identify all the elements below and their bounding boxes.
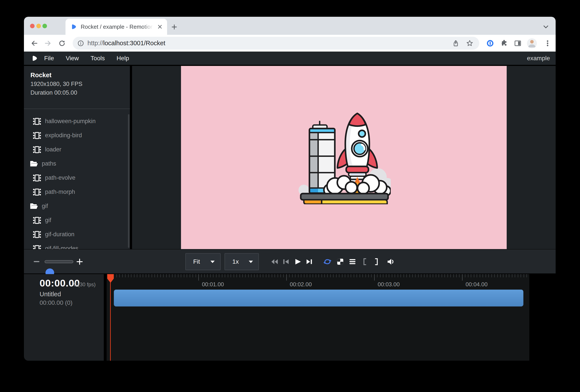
playback-rate-select[interactable]: 1x: [225, 253, 259, 270]
ruler-second-label: 00:01.00: [202, 281, 224, 288]
chevron-down-icon: [249, 260, 253, 263]
back-icon[interactable]: [31, 40, 38, 47]
window-close-button[interactable]: [30, 24, 35, 28]
composition-label: halloween-pumpkin: [45, 118, 96, 125]
remotion-logo-icon[interactable]: [32, 55, 38, 62]
next-frame-icon[interactable]: [306, 259, 313, 264]
timeline-tracks-icon[interactable]: [349, 259, 356, 265]
sidebar-item-folder[interactable]: gif: [24, 199, 130, 213]
zoom-in-icon[interactable]: [77, 259, 83, 265]
share-icon[interactable]: [452, 40, 459, 47]
composition-label: path-morph: [45, 189, 75, 195]
composition-label: loader: [45, 146, 61, 153]
tab-search-chevron-icon[interactable]: [543, 25, 549, 29]
composition-label: gif: [45, 217, 51, 224]
profile-avatar[interactable]: [527, 38, 537, 48]
compositions-sidebar: Rocket 1920x1080, 30 FPS Duration 00:05.…: [24, 66, 130, 249]
sidebar-item-composition[interactable]: gif-fill-modes: [24, 242, 130, 249]
window-minimize-button[interactable]: [36, 24, 41, 28]
playhead-marker[interactable]: [107, 274, 114, 283]
tab-close-icon[interactable]: [157, 24, 163, 30]
sidebar-resize-handle[interactable]: [130, 66, 132, 249]
address-bar[interactable]: http://localhost:3001/Rocket: [73, 37, 479, 50]
film-icon: [33, 217, 42, 224]
play-icon[interactable]: [294, 258, 301, 265]
ruler-second-tick: [374, 274, 375, 281]
ruler-second-label: 00:03.00: [378, 281, 400, 288]
ruler-frame-ticks: [111, 274, 528, 277]
extensions-puzzle-icon[interactable]: [500, 40, 508, 47]
timeline-sequence-bar[interactable]: [114, 289, 523, 306]
transparency-checkerboard-icon[interactable]: [337, 258, 344, 265]
size-select[interactable]: Fit: [185, 253, 221, 270]
video-canvas: [181, 66, 507, 249]
timeline-overflow-area: [529, 274, 556, 361]
ruler-second-tick: [286, 274, 287, 281]
out-point-bracket-icon[interactable]: [375, 258, 379, 265]
side-panel-icon[interactable]: [514, 40, 522, 47]
ruler-second-tick: [462, 274, 462, 281]
film-icon: [33, 146, 42, 153]
folder-label: paths: [42, 160, 56, 167]
timeline-panel: 00:00.00 0 (30 fps) Untitled 00:00.00 (0…: [24, 273, 556, 361]
film-icon: [33, 189, 42, 196]
sidebar-item-composition[interactable]: gif-duration: [24, 227, 130, 242]
ruler-second-label: 00:04.00: [465, 281, 488, 288]
film-icon: [33, 231, 42, 238]
tab-strip: Rocket / example - Remotion Pr: [24, 17, 556, 35]
url-scheme: http://: [87, 40, 103, 47]
menu-view[interactable]: View: [60, 55, 85, 62]
jump-to-start-icon[interactable]: [271, 259, 278, 265]
composition-title: Rocket: [30, 72, 52, 79]
composition-list: halloween-pumpkin exploding-bird: [24, 114, 130, 249]
track-name: Untitled: [40, 291, 61, 298]
volume-icon[interactable]: [387, 258, 395, 265]
menu-tools[interactable]: Tools: [85, 55, 111, 62]
remotion-menu-bar: File View Tools Help example: [24, 52, 556, 66]
composition-label: gif-fill-modes: [45, 245, 78, 249]
sidebar-item-composition[interactable]: halloween-pumpkin: [24, 114, 130, 128]
in-point-bracket-icon[interactable]: [363, 258, 367, 265]
browser-tab[interactable]: Rocket / example - Remotion Pr: [65, 19, 167, 35]
playback-rate-value: 1x: [232, 258, 239, 265]
bookmark-star-icon[interactable]: [466, 40, 473, 47]
sidebar-item-composition[interactable]: gif: [24, 213, 130, 227]
sidebar-scrollbar[interactable]: [128, 114, 130, 248]
omnibox-actions: [452, 40, 473, 47]
sidebar-divider: [24, 109, 130, 109]
desktop-background: Rocket / example - Remotion Pr: [0, 0, 580, 392]
new-tab-button[interactable]: [171, 24, 177, 30]
menu-file[interactable]: File: [38, 55, 60, 62]
playhead-line: [110, 274, 111, 361]
site-info-icon[interactable]: [77, 40, 84, 47]
sidebar-item-composition[interactable]: path-morph: [24, 185, 130, 199]
preview-area: [132, 66, 556, 249]
browser-window: Rocket / example - Remotion Pr: [24, 17, 556, 361]
zoom-out-icon[interactable]: [34, 261, 39, 262]
onepassword-extension-icon[interactable]: [486, 40, 494, 47]
film-icon: [33, 174, 42, 181]
chevron-down-icon: [210, 260, 215, 263]
ruler-second-label: 00:02.00: [290, 281, 312, 288]
sidebar-item-composition[interactable]: loader: [24, 142, 130, 157]
zoom-slider[interactable]: [45, 260, 73, 263]
timeline-ruler[interactable]: 00:01.0000:02.0000:03.0000:04.00: [107, 274, 529, 361]
folder-label: gif: [42, 203, 48, 210]
film-icon: [33, 118, 42, 125]
sidebar-item-composition[interactable]: path-evolve: [24, 171, 130, 185]
reload-icon[interactable]: [58, 40, 66, 47]
previous-frame-icon[interactable]: [282, 259, 289, 264]
timeline-panel-divider: [104, 274, 107, 361]
sidebar-item-folder[interactable]: paths: [24, 157, 130, 171]
sidebar-item-composition[interactable]: exploding-bird: [24, 128, 130, 142]
forward-icon[interactable]: [44, 40, 52, 47]
main-area: Rocket 1920x1080, 30 FPS Duration 00:05.…: [24, 66, 556, 249]
loop-icon[interactable]: [323, 259, 332, 265]
playback-controls-bar: Fit 1x: [24, 249, 556, 273]
rocket-illustration: [297, 111, 391, 204]
window-zoom-button[interactable]: [42, 24, 47, 28]
browser-menu-kebab-icon[interactable]: [544, 40, 551, 47]
menu-help[interactable]: Help: [111, 55, 135, 62]
composition-label: path-evolve: [45, 174, 75, 181]
project-name-label: example: [527, 55, 550, 62]
